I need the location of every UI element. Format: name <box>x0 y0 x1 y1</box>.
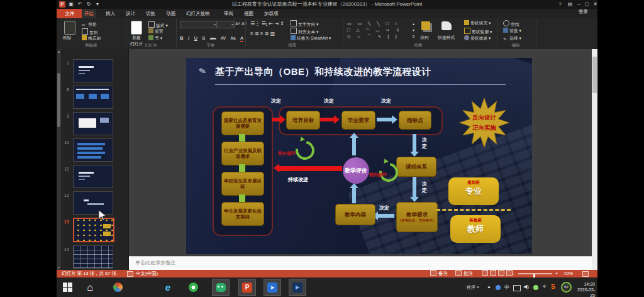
slide-thumbnail-11[interactable]: 11 <box>60 165 123 189</box>
scrollbar-thumb[interactable] <box>57 73 60 127</box>
tab-review[interactable]: 审阅 <box>221 9 236 18</box>
sync-icon[interactable]: ✛ <box>542 284 547 289</box>
clear-format-button[interactable]: abc <box>210 36 216 40</box>
home-app-icon[interactable]: ⌂ <box>82 279 98 295</box>
scroll-up-icon[interactable]: ▲ <box>57 50 61 53</box>
box-training-goal[interactable]: 培养目标 <box>286 111 320 130</box>
red-arrow[interactable] <box>272 118 280 121</box>
box-teaching-requirements[interactable]: 教学要求 （师资队伍、支持条件） <box>396 202 438 232</box>
blue-arrow[interactable] <box>378 214 394 218</box>
slide-sorter-icon[interactable] <box>490 270 496 276</box>
shapes-gallery-scroll[interactable]: ▴▾≡ <box>413 21 415 40</box>
change-case-button[interactable]: Aa <box>231 36 236 40</box>
box-curriculum-system[interactable]: 课程体系 <box>396 157 436 177</box>
box-graduation-requirements[interactable]: 毕业要求 <box>341 111 375 130</box>
notes-pane[interactable]: 单击此处添加备注 <box>129 256 592 271</box>
paste-icon[interactable] <box>64 21 75 35</box>
close-button[interactable]: ✕ <box>591 1 599 8</box>
outer-loop-icon[interactable] <box>292 137 318 164</box>
keyboard-icon[interactable] <box>513 285 521 291</box>
tab-view[interactable]: 视图 <box>242 9 256 18</box>
vertical-scrollbar[interactable] <box>592 49 597 270</box>
strikethrough-button[interactable]: S <box>202 35 205 41</box>
shape-effects-button[interactable]: 形状效果 ▾ <box>464 35 491 42</box>
select-button[interactable]: ⇖选择 ▾ <box>503 35 521 42</box>
reading-view-icon[interactable] <box>498 270 504 276</box>
box-school-goals[interactable]: 学校定位及发展目标 <box>221 172 264 196</box>
video-app-icon[interactable]: ▶ <box>289 279 306 295</box>
box-student-expectations[interactable]: 学生发展及家长校友期待 <box>221 202 264 226</box>
underline-button[interactable]: U <box>194 35 197 41</box>
notes-toggle-button[interactable]: 备注 <box>430 270 448 277</box>
scrollbar-thumb[interactable] <box>592 57 597 93</box>
language-indicator[interactable]: 中文(中国) <box>136 270 158 277</box>
quick-styles-label[interactable]: 快速样式 <box>438 35 455 41</box>
thumbnail-image[interactable] <box>73 245 113 269</box>
blue-arrow[interactable] <box>377 118 392 121</box>
slide-title[interactable]: 基于产出导向（OBE）和持续改进的教学流程设计 <box>215 66 431 78</box>
maximize-button[interactable]: ▢ <box>583 1 591 8</box>
font-toggle-buttons[interactable]: B I U S abc AV Aa A <box>180 31 245 42</box>
starburst-reverse-design[interactable]: 反向设计 正向实施 <box>455 97 513 148</box>
slide-thumbnail-12[interactable]: 12 <box>60 191 123 216</box>
thumbnail-image[interactable] <box>73 112 113 135</box>
slide-thumbnail-10[interactable]: 10 <box>60 138 123 163</box>
tray-expand-icon[interactable]: ▲ <box>487 284 491 289</box>
zoom-slider[interactable] <box>518 273 552 274</box>
tab-animations[interactable]: 动画 <box>164 9 178 18</box>
save-icon[interactable]: ▣ <box>68 1 74 8</box>
zoom-percentage[interactable]: 70% <box>564 270 573 277</box>
shapes-gallery-row[interactable]: ◇ ☆ ⌒ ∿ ( ) <box>347 33 399 40</box>
blue-arrow[interactable] <box>352 188 356 203</box>
qat-dropdown-icon[interactable]: ▾ <box>94 1 101 8</box>
powerpoint-taskbar-icon[interactable]: P <box>239 279 255 295</box>
blue-arrow[interactable] <box>413 177 416 197</box>
list-indent-buttons[interactable]: ☰⋮ ☰₁ ⇤ ⇥ ⇕ <box>250 21 284 27</box>
thumbnail-image[interactable] <box>73 165 113 188</box>
tab-addins[interactable]: 加载项 <box>262 9 281 18</box>
undo-icon[interactable]: ↶ <box>77 1 83 8</box>
replace-button[interactable]: 替换 ▾ <box>503 28 521 34</box>
slide-counter[interactable]: 幻灯片 第 13 张，共 67 张 <box>62 270 116 277</box>
volume-icon[interactable]: ◀) <box>523 284 529 289</box>
thumbnail-image[interactable] <box>73 191 113 215</box>
slide[interactable]: ✎ 基于产出导向（OBE）和持续改进的教学流程设计 国家社会及教育发展需要 行业… <box>186 58 532 254</box>
blue-arrow[interactable] <box>352 138 356 155</box>
thumbnail-image[interactable] <box>73 59 113 82</box>
shape-fill-button[interactable]: 形状填充 ▾ <box>464 20 491 26</box>
format-painter-button[interactable]: 格式刷 <box>82 35 101 42</box>
new-slide-icon[interactable] <box>131 21 142 35</box>
zoom-in-button[interactable]: + <box>555 270 558 277</box>
internet-explorer-icon[interactable]: e <box>160 279 176 295</box>
help-button[interactable]: ? <box>556 1 564 8</box>
pointer-app-icon[interactable]: ➤ <box>264 279 280 295</box>
ribbon-options-button[interactable]: ▤ <box>566 1 574 8</box>
alignment-buttons[interactable]: ≡ ≣ ≡ ≣ ▥ <box>250 31 275 37</box>
bold-button[interactable]: B <box>180 35 183 41</box>
green-browser-icon[interactable] <box>185 279 201 295</box>
card-implementation-layer[interactable]: 实施层 教师 <box>450 215 501 243</box>
tray-app-icon[interactable] <box>496 285 501 290</box>
reset-button[interactable]: 重置 <box>148 28 164 35</box>
chrome-icon[interactable] <box>135 279 151 295</box>
sogou-ime-icon[interactable]: S <box>551 283 555 290</box>
cut-button[interactable]: ✂剪切 <box>82 21 97 28</box>
slide-thumbnail-14[interactable]: 14 <box>60 245 123 270</box>
font-color-button[interactable]: A <box>240 35 243 42</box>
start-button[interactable] <box>59 279 75 295</box>
char-spacing-button[interactable]: AV <box>221 36 226 40</box>
section-button[interactable]: 节 ▾ <box>148 35 162 42</box>
shapes-gallery-row[interactable]: ▭ ▭ ╲ ╲ □ ○ <box>347 21 400 27</box>
arrange-label[interactable]: 排列 <box>420 35 429 41</box>
box-indicator-points[interactable]: 指标点 <box>399 111 431 130</box>
align-text-button[interactable]: 对齐文本 ▾ <box>291 28 319 35</box>
find-button[interactable]: 查找 <box>503 20 519 28</box>
slide-thumbnail-8[interactable]: 8 <box>60 86 123 110</box>
normal-view-icon[interactable] <box>482 270 488 276</box>
thumbnail-image[interactable] <box>73 218 114 242</box>
smartart-button[interactable]: 转换为 SmartArt ▾ <box>291 35 331 42</box>
zoom-out-button[interactable]: – <box>512 270 514 277</box>
scroll-down-icon[interactable]: ▼ <box>57 266 61 269</box>
thumbnail-image[interactable] <box>73 138 113 162</box>
sign-in-link[interactable]: 登录 <box>579 9 588 15</box>
